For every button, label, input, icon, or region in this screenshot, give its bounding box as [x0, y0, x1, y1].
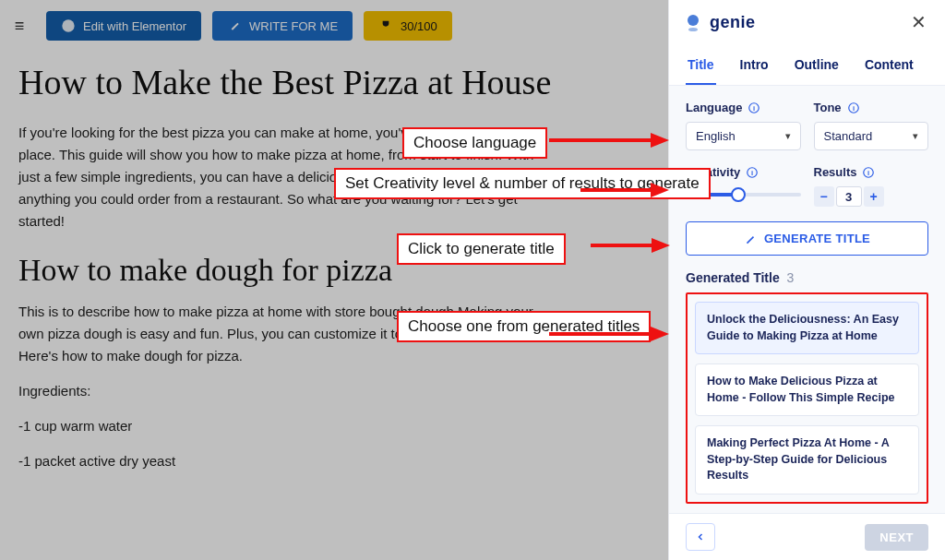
magic-wand-icon [227, 18, 242, 33]
ingredient-2: -1 packet active dry yeast [18, 450, 535, 472]
edit-elementor-label: Edit with Elementor [83, 19, 186, 33]
toolbar: ≡ Edit with Elementor WRITE FOR ME 30/10… [0, 0, 668, 52]
info-icon[interactable]: i [746, 166, 759, 179]
svg-point-1 [688, 15, 699, 26]
info-icon[interactable]: i [862, 166, 875, 179]
next-button[interactable]: NEXT [865, 524, 928, 551]
language-label: Language i [686, 101, 801, 114]
genie-logo-icon [682, 11, 704, 33]
tab-content[interactable]: Content [863, 50, 915, 85]
back-button[interactable] [686, 523, 715, 551]
edit-elementor-button[interactable]: Edit with Elementor [46, 11, 201, 41]
chevron-down-icon: ▾ [785, 130, 791, 142]
panel: Language i English ▾ Tone i Standard ▾ [669, 86, 945, 513]
brand: genie [682, 11, 756, 33]
results-stepper: − 3 + [814, 186, 929, 207]
ingredients-label: Ingredients: [18, 380, 535, 402]
decrement-button[interactable]: − [814, 186, 834, 207]
svg-marker-18 [651, 327, 669, 341]
editor-content: How to Make the Best Pizza at House If y… [0, 52, 668, 504]
callout-language: Choose language [402, 127, 547, 159]
svg-marker-12 [651, 133, 669, 148]
callout-generate: Click to generate title [397, 233, 566, 265]
tone-select[interactable]: Standard ▾ [814, 122, 929, 150]
generate-title-button[interactable]: GENERATE TITLE [686, 221, 928, 256]
info-icon[interactable]: i [748, 101, 760, 114]
generated-title-item[interactable]: Unlock the Deliciousness: An Easy Guide … [695, 302, 919, 354]
svg-marker-16 [652, 238, 670, 253]
svg-marker-14 [651, 183, 669, 197]
tabs: Title Intro Outline Content [669, 44, 945, 86]
arrow-generate [591, 234, 670, 256]
page-title: How to Make the Best Pizza at House [18, 61, 646, 105]
generated-title-label: Generated Title 3 [686, 270, 928, 285]
svg-text:i: i [753, 103, 755, 112]
score-button[interactable]: 30/100 [364, 11, 452, 41]
results-value[interactable]: 3 [836, 186, 862, 207]
arrow-language [549, 129, 669, 151]
info-icon[interactable]: i [847, 101, 860, 114]
write-for-me-label: WRITE FOR ME [249, 19, 338, 33]
tone-value: Standard [824, 129, 873, 143]
increment-button[interactable]: + [864, 186, 884, 207]
language-select[interactable]: English ▾ [686, 122, 801, 150]
results-label: Results i [814, 165, 929, 179]
elementor-icon [61, 18, 76, 33]
svg-point-0 [62, 19, 74, 31]
chevron-down-icon: ▾ [913, 130, 918, 142]
brand-name: genie [710, 13, 756, 32]
menu-icon[interactable]: ≡ [9, 16, 30, 36]
tab-outline[interactable]: Outline [793, 50, 841, 85]
svg-text:i: i [867, 168, 869, 176]
arrow-creativity [580, 179, 669, 201]
write-for-me-button[interactable]: WRITE FOR ME [212, 11, 353, 41]
slider-thumb[interactable] [731, 187, 746, 202]
sidebar-header: genie ✕ [669, 0, 945, 44]
generated-title-item[interactable]: Making Perfect Pizza At Home - A Step-by… [695, 425, 919, 494]
svg-text:i: i [853, 103, 855, 112]
genie-sidebar: genie ✕ Title Intro Outline Content Lang… [668, 0, 945, 560]
score-label: 30/100 [401, 19, 437, 33]
language-value: English [696, 129, 736, 143]
tone-field: Tone i Standard ▾ [814, 101, 929, 150]
results-field: Results i − 3 + [814, 165, 929, 207]
generated-title-item[interactable]: How to Make Delicious Pizza at Home - Fo… [695, 363, 919, 416]
magic-wand-icon [744, 232, 757, 245]
tab-title[interactable]: Title [686, 50, 716, 85]
editor-main: ≡ Edit with Elementor WRITE FOR ME 30/10… [0, 0, 668, 560]
svg-point-2 [688, 28, 698, 31]
chevron-left-icon [695, 531, 706, 542]
sidebar-footer: NEXT [669, 513, 945, 560]
tone-label: Tone i [814, 101, 929, 114]
trophy-icon [378, 18, 393, 33]
generated-results-list: Unlock the Deliciousness: An Easy Guide … [686, 292, 928, 504]
close-icon[interactable]: ✕ [905, 9, 932, 35]
ingredient-1: -1 cup warm water [18, 415, 535, 437]
arrow-choose [549, 323, 669, 345]
language-field: Language i English ▾ [686, 101, 801, 150]
tab-intro[interactable]: Intro [738, 50, 771, 85]
svg-text:i: i [751, 168, 753, 176]
